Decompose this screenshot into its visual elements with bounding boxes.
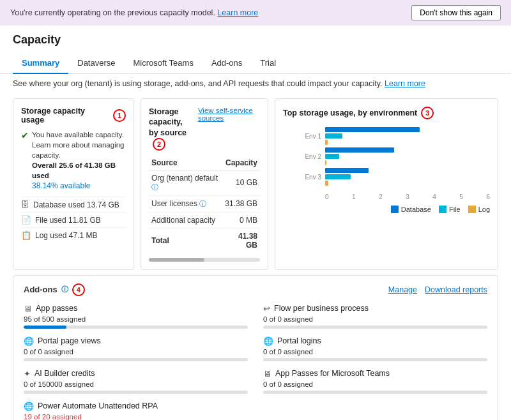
storage-card-header: Storage capacity usage 1 bbox=[21, 107, 126, 124]
storage-badge: 1 bbox=[113, 109, 126, 122]
addon-label: Portal logins bbox=[277, 336, 321, 345]
addon-label: App Passes for Microsoft Teams bbox=[275, 369, 390, 378]
addon-assigned: 0 of 0 assigned bbox=[263, 315, 487, 323]
page-title: Capacity bbox=[13, 33, 498, 47]
addon-icon: 🌐 bbox=[24, 401, 34, 411]
addon-icon: ↩ bbox=[263, 304, 270, 313]
bar-log bbox=[325, 140, 328, 145]
banner-text: You're currently operating on the previo… bbox=[10, 8, 215, 17]
axis-label: 6 bbox=[486, 193, 490, 200]
progress-bar-bg bbox=[24, 391, 248, 394]
legend-dot bbox=[391, 206, 399, 213]
chart-env-label: Env 3 bbox=[283, 174, 321, 181]
addon-assigned: 0 of 0 assigned bbox=[263, 380, 487, 388]
usage-label: Database used 13.74 GB bbox=[33, 200, 119, 209]
tab-summary[interactable]: Summary bbox=[13, 53, 68, 74]
addon-icon: 🌐 bbox=[24, 336, 34, 346]
chart-axis: 0123456 bbox=[283, 193, 490, 200]
addon-item: 🌐 Portal page views 0 of 0 assigned bbox=[24, 336, 248, 361]
tab-microsoft-teams[interactable]: Microsoft Teams bbox=[125, 53, 202, 74]
tab-trial[interactable]: Trial bbox=[251, 53, 285, 74]
chart-env-label: Env 2 bbox=[283, 153, 321, 160]
banner-learn-more[interactable]: Learn more bbox=[217, 8, 258, 17]
table-row: Total41.38 GB bbox=[149, 228, 260, 253]
source-cell: Total bbox=[149, 228, 222, 253]
addon-item: 🖥 App Passes for Microsoft Teams 0 of 0 … bbox=[263, 369, 487, 394]
source-card: Storage capacity, by source 2 View self-… bbox=[141, 98, 268, 270]
addon-name: 🖥 App passes bbox=[24, 304, 248, 313]
top-storage-badge: 3 bbox=[421, 107, 434, 119]
usage-icon: 📋 bbox=[21, 230, 31, 240]
col-source: Source bbox=[149, 156, 222, 170]
tab-dataverse[interactable]: Dataverse bbox=[68, 53, 124, 74]
legend-item: Database bbox=[391, 206, 431, 213]
progress-bar-bg bbox=[24, 326, 248, 329]
tab-add-ons[interactable]: Add-ons bbox=[202, 53, 251, 74]
storage-usage-items: 🗄Database used 13.74 GB📄File used 11.81 … bbox=[21, 197, 126, 243]
source-info-icon[interactable]: ⓘ bbox=[199, 200, 206, 207]
bar-database bbox=[325, 127, 420, 132]
axis-label: 2 bbox=[379, 193, 383, 200]
manage-link[interactable]: Manage bbox=[388, 285, 417, 294]
usage-item: 📄File used 11.81 GB bbox=[21, 212, 126, 227]
source-info-icon[interactable]: ⓘ bbox=[151, 183, 158, 191]
banner: You're currently operating on the previo… bbox=[0, 0, 511, 26]
axis-label: 4 bbox=[432, 193, 436, 200]
addon-label: Power Automate Unattended RPA bbox=[38, 401, 158, 410]
page-header: Capacity bbox=[0, 26, 511, 47]
addon-item: ✦ AI Builder credits 0 of 150000 assigne… bbox=[24, 369, 248, 394]
bar-file bbox=[325, 174, 351, 179]
addons-header-left: Add-ons ⓘ 4 bbox=[24, 283, 85, 296]
green-check-icon: ✔ bbox=[21, 130, 29, 140]
chart-row: Env 1 bbox=[283, 127, 490, 145]
addon-icon: 🖥 bbox=[24, 304, 32, 313]
sub-desc-text: See where your org (tenant) is using sto… bbox=[13, 79, 383, 88]
capacity-cell: 0 MB bbox=[222, 212, 260, 228]
addon-name: ↩ Flow per business process bbox=[263, 304, 487, 313]
chart-bars bbox=[325, 168, 490, 186]
storage-card-title: Storage capacity usage bbox=[21, 107, 109, 124]
bar-log bbox=[325, 160, 326, 165]
addons-grid: 🖥 App passes 95 of 500 assigned ↩ Flow p… bbox=[24, 304, 487, 420]
bar-database bbox=[325, 168, 369, 173]
addon-name: 🌐 Portal page views bbox=[24, 336, 248, 346]
usage-icon: 📄 bbox=[21, 215, 31, 225]
progress-bar-bg bbox=[24, 358, 248, 361]
chart-env-label: Env 1 bbox=[283, 133, 321, 140]
progress-bar-fill bbox=[24, 326, 66, 329]
addon-assigned: 0 of 0 assigned bbox=[263, 348, 487, 356]
status-message: You have available capacity. Learn more … bbox=[32, 131, 125, 159]
axis-label: 1 bbox=[352, 193, 356, 200]
bar-database bbox=[325, 147, 394, 153]
chart-bars bbox=[325, 147, 490, 165]
addons-info-icon[interactable]: ⓘ bbox=[61, 285, 68, 294]
sub-desc-learn-more[interactable]: Learn more bbox=[385, 79, 425, 88]
view-self-service-link[interactable]: View self-service sources bbox=[198, 107, 260, 122]
capacity-cell: 31.38 GB bbox=[222, 195, 260, 212]
addon-icon: ✦ bbox=[24, 369, 31, 379]
addons-card: Add-ons ⓘ 4 Manage Download reports 🖥 Ap… bbox=[13, 275, 498, 420]
chart-bars bbox=[325, 127, 490, 145]
sub-description: See where your org (tenant) is using sto… bbox=[0, 74, 511, 93]
source-card-subheader: Storage capacity, by source 2 View self-… bbox=[149, 107, 260, 151]
addon-item: ↩ Flow per business process 0 of 0 assig… bbox=[263, 304, 487, 329]
download-reports-link[interactable]: Download reports bbox=[425, 285, 487, 294]
legend-dot bbox=[439, 206, 446, 213]
bar-file bbox=[325, 133, 342, 139]
addon-name: 🖥 App Passes for Microsoft Teams bbox=[263, 369, 487, 379]
source-card-title: Storage capacity, by source 2 bbox=[149, 107, 198, 151]
scroll-indicator[interactable] bbox=[149, 258, 260, 262]
storage-status-text: You have available capacity. Learn more … bbox=[32, 130, 126, 191]
dont-show-again-button[interactable]: Don't show this again bbox=[411, 5, 501, 20]
usage-item: 📋Log used 47.1 MB bbox=[21, 227, 126, 243]
scroll-thumb bbox=[149, 258, 204, 262]
usage-item: 🗄Database used 13.74 GB bbox=[21, 197, 126, 212]
source-cell: User licenses ⓘ bbox=[149, 195, 222, 212]
table-row: User licenses ⓘ31.38 GB bbox=[149, 195, 260, 212]
addons-header: Add-ons ⓘ 4 Manage Download reports bbox=[24, 283, 487, 296]
legend-label: File bbox=[449, 206, 461, 213]
addon-item: 🌐 Portal logins 0 of 0 assigned bbox=[263, 336, 487, 361]
addon-assigned: 0 of 0 assigned bbox=[24, 348, 248, 356]
table-row: Org (tenant) default ⓘ10 GB bbox=[149, 170, 260, 195]
source-cell: Additional capacity bbox=[149, 212, 222, 228]
